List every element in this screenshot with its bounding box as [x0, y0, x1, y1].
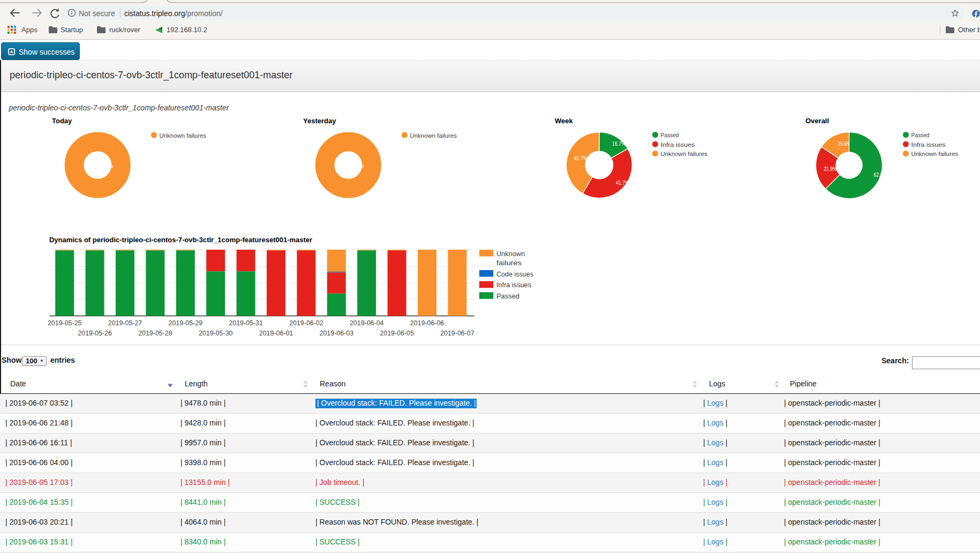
- svg-text:Unknown failures: Unknown failures: [911, 151, 959, 157]
- svg-text:2019-05-30: 2019-05-30: [199, 329, 233, 337]
- svg-text:21.9%: 21.9%: [824, 166, 837, 172]
- svg-text:Passed: Passed: [911, 132, 930, 138]
- svg-text:Today: Today: [52, 117, 72, 125]
- svg-text:100%: 100%: [101, 162, 113, 169]
- svg-text:Week: Week: [555, 117, 573, 125]
- svg-text:2019-06-02: 2019-06-02: [289, 319, 323, 327]
- svg-text:2019-06-01: 2019-06-01: [259, 329, 293, 337]
- svg-text:Passed: Passed: [496, 292, 519, 300]
- svg-text:2019-05-26: 2019-05-26: [78, 329, 112, 337]
- svg-text:Infra issues: Infra issues: [661, 141, 695, 148]
- svg-text:Code issues: Code issues: [496, 270, 533, 278]
- svg-text:Unknown failures: Unknown failures: [160, 132, 207, 139]
- svg-text:2019-05-25: 2019-05-25: [48, 319, 82, 327]
- svg-text:16.7%: 16.7%: [612, 140, 625, 147]
- svg-text:Unknown: Unknown: [496, 250, 525, 258]
- svg-text:41.7%: 41.7%: [616, 180, 629, 186]
- svg-text:Infra issues: Infra issues: [496, 281, 531, 289]
- svg-text:Unknown failures: Unknown failures: [410, 132, 457, 139]
- svg-text:2019-05-27: 2019-05-27: [108, 319, 142, 327]
- svg-text:2019-06-06: 2019-06-06: [410, 319, 444, 327]
- svg-text:Unknown failures: Unknown failures: [661, 151, 708, 157]
- svg-text:2019-05-28: 2019-05-28: [138, 329, 172, 337]
- svg-text:2019-05-29: 2019-05-29: [169, 319, 203, 327]
- svg-text:100%: 100%: [351, 162, 364, 169]
- svg-text:2019-06-03: 2019-06-03: [320, 329, 354, 337]
- svg-text:Passed: Passed: [661, 132, 679, 138]
- svg-text:failures: failures: [496, 259, 522, 267]
- svg-text:Overall: Overall: [805, 117, 829, 125]
- svg-text:2019-06-05: 2019-06-05: [380, 329, 414, 337]
- svg-text:41.7%: 41.7%: [574, 155, 587, 161]
- svg-text:Yesterday: Yesterday: [303, 117, 336, 125]
- svg-text:2019-06-07: 2019-06-07: [440, 329, 474, 337]
- svg-text:Infra issues: Infra issues: [911, 141, 946, 148]
- svg-text:Dynamics of periodic-tripleo-c: Dynamics of periodic-tripleo-ci-centos-7…: [49, 236, 312, 244]
- svg-text:2019-05-31: 2019-05-31: [229, 319, 263, 327]
- svg-text:2019-06-04: 2019-06-04: [350, 319, 384, 327]
